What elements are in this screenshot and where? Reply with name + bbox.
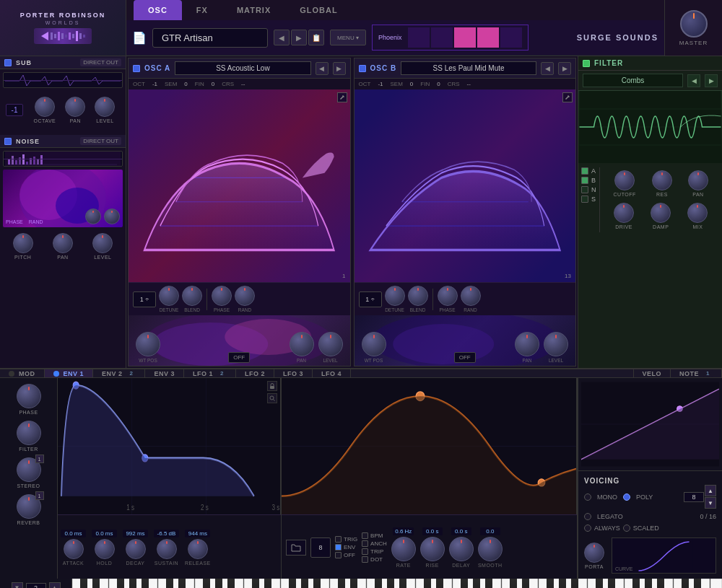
mod-filter-knob[interactable] bbox=[17, 421, 41, 445]
filter-mix-knob[interactable] bbox=[687, 203, 708, 223]
osc-b-rand-knob[interactable] bbox=[461, 286, 481, 306]
lfo-delay-knob[interactable] bbox=[449, 537, 474, 561]
osc-a-preset[interactable]: SS Acoustic Low bbox=[175, 61, 310, 75]
env-release-knob[interactable] bbox=[188, 539, 208, 559]
osc-a-wtpos-knob[interactable] bbox=[136, 332, 160, 356]
osc-a-detune-knob[interactable] bbox=[159, 286, 179, 306]
key-spin-1-val[interactable]: 2 bbox=[26, 583, 46, 589]
preset-next-button[interactable]: ▶ bbox=[291, 30, 307, 45]
mod-tab-lfo3[interactable]: LFO 3 bbox=[274, 369, 313, 377]
env-sustain-knob[interactable] bbox=[157, 539, 177, 559]
mod-tab-note[interactable]: NOTE 1 bbox=[671, 369, 722, 377]
osc-b-led[interactable] bbox=[359, 65, 366, 72]
filter-cb-a[interactable] bbox=[581, 167, 588, 175]
lfo-smooth-knob[interactable] bbox=[478, 537, 503, 561]
filter-res-knob[interactable] bbox=[652, 170, 672, 190]
lfo-anch-cb[interactable] bbox=[362, 540, 368, 547]
menu-button[interactable]: MENU ▾ bbox=[330, 30, 366, 45]
env-zoom-icon[interactable] bbox=[267, 393, 277, 403]
osc-b-fin[interactable]: 0 bbox=[437, 81, 440, 87]
osc-a-crs[interactable]: -- bbox=[241, 81, 245, 87]
mod-tab-env1[interactable]: ENV 1 bbox=[45, 369, 94, 377]
filter-cutoff-knob[interactable] bbox=[614, 170, 635, 190]
noise-pan-knob[interactable] bbox=[53, 233, 73, 253]
osc-b-wtpos-knob[interactable] bbox=[362, 332, 386, 356]
env-hold-knob[interactable] bbox=[95, 539, 115, 559]
osc-b-next-button[interactable]: ▶ bbox=[558, 62, 571, 75]
preset-save-button[interactable]: 📋 bbox=[308, 30, 324, 45]
tab-matrix[interactable]: MATRIX bbox=[222, 0, 285, 20]
tab-global[interactable]: GLOBAL bbox=[285, 0, 352, 20]
mod-tab-lfo4[interactable]: LFO 4 bbox=[313, 369, 351, 377]
osc-a-level-knob[interactable] bbox=[318, 332, 343, 356]
filter-cb-n[interactable] bbox=[581, 186, 588, 193]
voicing-always-radio[interactable] bbox=[584, 525, 591, 532]
mod-tab-env3[interactable]: ENV 3 bbox=[145, 369, 184, 377]
env-attack-knob[interactable] bbox=[64, 539, 84, 559]
osc-b-pan-knob[interactable] bbox=[515, 332, 539, 356]
osc-b-oct[interactable]: -1 bbox=[378, 81, 383, 87]
voicing-scaled-radio[interactable] bbox=[623, 525, 630, 532]
osc-b-blend-knob[interactable] bbox=[408, 286, 428, 306]
preset-name[interactable]: GTR Artisan bbox=[152, 28, 268, 48]
env-lock-icon[interactable] bbox=[267, 381, 277, 391]
lfo-trig-cb[interactable] bbox=[335, 536, 342, 543]
osc-b-phase-knob[interactable] bbox=[438, 286, 458, 306]
lfo-grid-box[interactable]: 8 bbox=[310, 537, 331, 558]
osc-b-level-knob[interactable] bbox=[544, 332, 568, 356]
lfo-env-cb[interactable] bbox=[335, 544, 342, 550]
sub-led[interactable] bbox=[4, 59, 12, 66]
master-knob[interactable] bbox=[680, 10, 708, 38]
osc-a-rand-knob[interactable] bbox=[235, 286, 255, 306]
sub-pan-knob[interactable] bbox=[65, 97, 85, 117]
preset-prev-button[interactable]: ◀ bbox=[274, 30, 290, 45]
osc-a-unison-spin[interactable]: 1 ÷ bbox=[133, 291, 156, 307]
noise-rand-knob[interactable] bbox=[104, 209, 120, 224]
noise-phase-knob[interactable] bbox=[85, 209, 101, 224]
osc-a-mode-box[interactable]: OFF bbox=[228, 352, 250, 363]
piano-keyboard[interactable]: // This is inline data, not executable i… bbox=[72, 579, 722, 588]
filter-led[interactable] bbox=[583, 60, 590, 67]
osc-a-pan-knob[interactable] bbox=[290, 332, 314, 356]
osc-b-mode-box[interactable]: OFF bbox=[454, 352, 476, 363]
osc-b-crs[interactable]: -- bbox=[467, 81, 471, 87]
voicing-poly-down[interactable]: ▼ bbox=[705, 497, 716, 509]
voicing-poly-up[interactable]: ▲ bbox=[705, 485, 716, 496]
osc-b-sem[interactable]: 0 bbox=[410, 81, 413, 87]
filter-preset-name[interactable]: Combs bbox=[583, 74, 683, 87]
porta-knob[interactable] bbox=[584, 543, 604, 563]
osc-a-phase-knob[interactable] bbox=[212, 286, 232, 306]
filter-cb-b[interactable] bbox=[581, 177, 588, 184]
tab-fx[interactable]: FX bbox=[182, 0, 222, 20]
lfo-bpm-cb[interactable] bbox=[362, 532, 368, 539]
env-decay-knob[interactable] bbox=[126, 539, 146, 559]
osc-a-sem[interactable]: 0 bbox=[184, 81, 187, 87]
filter-pan-knob[interactable] bbox=[688, 170, 708, 190]
sub-level-knob[interactable] bbox=[95, 97, 115, 117]
filter-cb-s[interactable] bbox=[581, 196, 588, 203]
lfo-dot-cb[interactable] bbox=[362, 556, 368, 563]
voicing-poly-value[interactable]: 8 bbox=[684, 492, 704, 502]
mod-tab-lfo1[interactable]: LFO 1 2 bbox=[184, 369, 236, 377]
voicing-poly-radio[interactable] bbox=[623, 493, 630, 501]
noise-led[interactable] bbox=[4, 138, 12, 145]
key-spin-1-down[interactable]: ▼ bbox=[12, 582, 23, 589]
octave-display[interactable]: -1 bbox=[6, 104, 23, 116]
lfo-off-cb[interactable] bbox=[335, 552, 342, 558]
tab-osc[interactable]: OSC bbox=[134, 0, 182, 20]
mod-tab-mod[interactable]: MOD bbox=[0, 369, 45, 377]
osc-b-edit-icon[interactable] bbox=[562, 92, 573, 102]
filter-prev-button[interactable]: ◀ bbox=[687, 74, 700, 87]
lfo-folder-icon[interactable] bbox=[286, 540, 306, 556]
osc-b-unison-spin[interactable]: 1 ÷ bbox=[359, 291, 382, 307]
voicing-mono-radio[interactable] bbox=[584, 493, 591, 501]
osc-b-preset[interactable]: SS Les Paul Mid Mute bbox=[401, 61, 536, 75]
osc-a-led[interactable] bbox=[133, 65, 140, 72]
filter-drive-knob[interactable] bbox=[614, 203, 634, 223]
voicing-legato-radio[interactable] bbox=[584, 513, 591, 520]
mod-tab-velo[interactable]: VELO bbox=[634, 369, 671, 377]
noise-level-knob[interactable] bbox=[92, 233, 113, 253]
osc-a-oct[interactable]: -1 bbox=[152, 81, 157, 87]
mod-tab-env2[interactable]: ENV 2 2 bbox=[93, 369, 145, 377]
osc-a-blend-knob[interactable] bbox=[182, 286, 202, 306]
